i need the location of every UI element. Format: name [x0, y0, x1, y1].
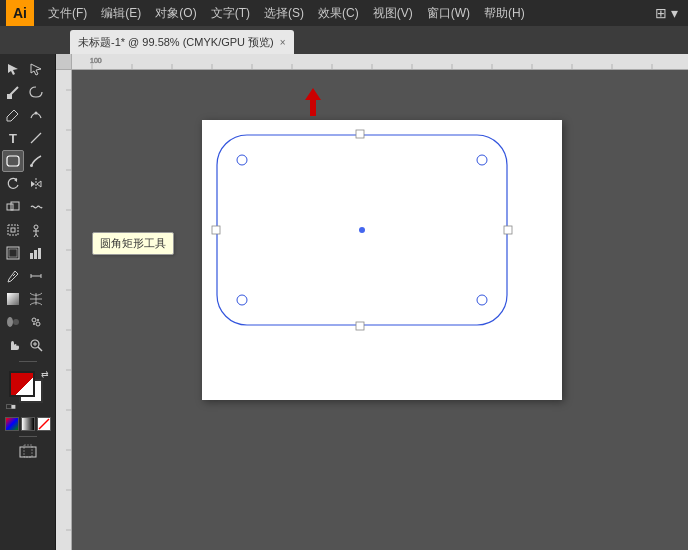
svg-point-29 — [13, 319, 19, 325]
svg-rect-25 — [7, 293, 19, 305]
menu-edit[interactable]: 编辑(E) — [95, 3, 147, 24]
bar-graph-tool-button[interactable] — [25, 242, 47, 264]
workspace-switcher-icon[interactable]: ⊞ ▾ — [651, 3, 682, 23]
curvature-tool-button[interactable] — [25, 104, 47, 126]
svg-rect-39 — [20, 447, 36, 457]
color-button[interactable] — [5, 417, 19, 431]
hand-tool-button[interactable] — [2, 334, 24, 356]
svg-point-28 — [7, 317, 13, 327]
down-arrow-indicator — [302, 88, 324, 122]
rounded-rect-shape[interactable] — [207, 125, 517, 335]
zoom-tool-button[interactable] — [25, 334, 47, 356]
svg-point-33 — [37, 319, 39, 321]
direct-selection-tool-button[interactable] — [25, 58, 47, 80]
pen-tool-button[interactable] — [2, 104, 24, 126]
svg-point-77 — [477, 295, 487, 305]
svg-point-74 — [237, 155, 247, 165]
scale-tool-button[interactable] — [2, 196, 24, 218]
stroke-swatch[interactable] — [9, 371, 35, 397]
warp-tool-button[interactable] — [25, 196, 47, 218]
gradient-tool-button[interactable] — [2, 288, 24, 310]
svg-point-2 — [35, 112, 38, 115]
svg-rect-7 — [7, 204, 13, 210]
svg-rect-81 — [504, 226, 512, 234]
menu-file[interactable]: 文件(F) — [42, 3, 93, 24]
puppet-warp-button[interactable] — [25, 219, 47, 241]
selection-tool-button[interactable] — [2, 58, 24, 80]
swap-colors-button[interactable]: ⇄ — [41, 369, 49, 379]
ai-logo: Ai — [6, 0, 34, 26]
svg-point-5 — [30, 164, 33, 167]
rotate-tool-button[interactable] — [2, 173, 24, 195]
svg-point-11 — [34, 225, 38, 229]
svg-rect-8 — [11, 202, 19, 210]
svg-rect-79 — [356, 322, 364, 330]
svg-line-21 — [13, 274, 15, 276]
svg-point-30 — [32, 318, 36, 322]
menu-select[interactable]: 选择(S) — [258, 3, 310, 24]
svg-rect-19 — [34, 250, 37, 259]
menu-window[interactable]: 窗口(W) — [421, 3, 476, 24]
mesh-tool-button[interactable] — [25, 288, 47, 310]
eyedropper-tool-button[interactable] — [2, 265, 24, 287]
main-area: T — [0, 54, 688, 550]
menu-help[interactable]: 帮助(H) — [478, 3, 531, 24]
lasso-tool-button[interactable] — [25, 81, 47, 103]
svg-rect-10 — [11, 228, 15, 232]
free-transform-tool-button[interactable] — [2, 219, 24, 241]
svg-line-0 — [10, 87, 18, 95]
tab-bar: 未标题-1* @ 99.58% (CMYK/GPU 预览) × — [0, 26, 688, 54]
svg-line-35 — [38, 347, 42, 351]
svg-rect-17 — [9, 249, 17, 257]
ruler-top: 100 — [72, 54, 688, 70]
svg-rect-20 — [38, 248, 41, 259]
tool-tooltip: 圆角矩形工具 — [92, 232, 174, 255]
svg-point-32 — [33, 323, 35, 325]
svg-rect-9 — [8, 225, 18, 235]
svg-text:100: 100 — [90, 57, 102, 64]
svg-point-31 — [36, 322, 40, 326]
gradient-swatch-button[interactable] — [21, 417, 35, 431]
svg-rect-80 — [212, 226, 220, 234]
paintbrush-tool-button[interactable] — [25, 150, 47, 172]
document-tab[interactable]: 未标题-1* @ 99.58% (CMYK/GPU 预览) × — [70, 30, 294, 54]
menu-bar: 文件(F) 编辑(E) 对象(O) 文字(T) 选择(S) 效果(C) 视图(V… — [42, 3, 643, 24]
magic-wand-tool-button[interactable] — [2, 81, 24, 103]
canvas-area: 100 — [56, 54, 688, 550]
tab-title: 未标题-1* @ 99.58% (CMYK/GPU 预览) — [78, 35, 274, 50]
change-screen-mode-button[interactable] — [5, 440, 51, 462]
svg-point-76 — [237, 295, 247, 305]
reflect-tool-button[interactable] — [25, 173, 47, 195]
canvas-viewport[interactable]: 圆角矩形工具 — [72, 70, 688, 550]
svg-point-73 — [359, 227, 365, 233]
title-bar: Ai 文件(F) 编辑(E) 对象(O) 文字(T) 选择(S) 效果(C) 视… — [0, 0, 688, 26]
svg-rect-41 — [72, 54, 688, 70]
svg-rect-58 — [56, 70, 72, 550]
svg-point-75 — [477, 155, 487, 165]
none-button[interactable] — [37, 417, 51, 431]
ruler-corner — [56, 54, 72, 70]
svg-rect-78 — [356, 130, 364, 138]
svg-marker-71 — [305, 88, 321, 116]
measure-tool-button[interactable] — [25, 265, 47, 287]
default-colors-button[interactable]: □■ — [7, 402, 17, 411]
svg-rect-1 — [7, 94, 12, 99]
tab-close-button[interactable]: × — [280, 37, 286, 48]
type-tool-button[interactable]: T — [2, 127, 24, 149]
rounded-rect-tool-button[interactable] — [2, 150, 24, 172]
blend-tool-button[interactable] — [2, 311, 24, 333]
menu-object[interactable]: 对象(O) — [149, 3, 202, 24]
symbol-tool-button[interactable] — [25, 311, 47, 333]
svg-line-38 — [39, 419, 49, 429]
svg-rect-18 — [30, 253, 33, 259]
ruler-left — [56, 54, 72, 550]
menu-effect[interactable]: 效果(C) — [312, 3, 365, 24]
menu-view[interactable]: 视图(V) — [367, 3, 419, 24]
svg-line-3 — [31, 133, 41, 143]
svg-line-15 — [36, 234, 38, 237]
line-tool-button[interactable] — [25, 127, 47, 149]
artboard-tool-button[interactable] — [2, 242, 24, 264]
svg-rect-4 — [7, 156, 19, 166]
menu-type[interactable]: 文字(T) — [205, 3, 256, 24]
